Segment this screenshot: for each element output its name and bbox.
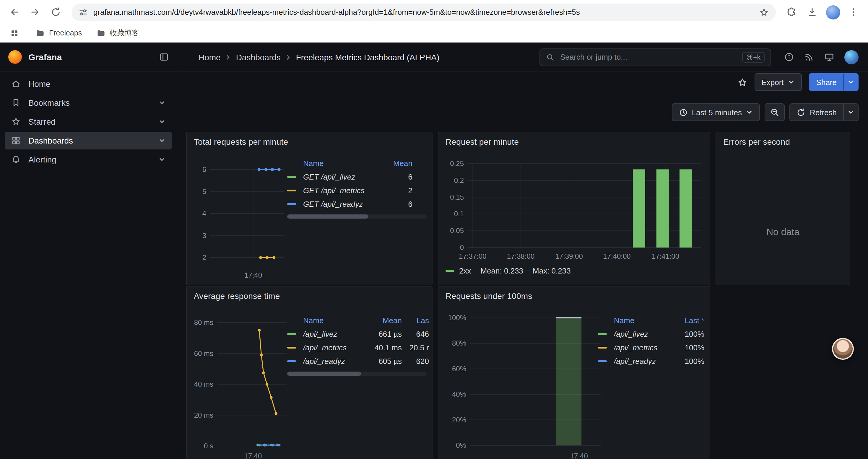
folder-icon	[96, 28, 105, 38]
series-color-dash	[287, 162, 296, 164]
dashboard-actions: Export Share	[737, 73, 859, 91]
forward-button[interactable]	[25, 2, 45, 22]
series-value: 100%	[671, 357, 704, 366]
back-button[interactable]	[5, 2, 24, 22]
panel-requests-under-100ms[interactable]: Requests under 100ms 100%80%60%40%20%0%1…	[438, 286, 710, 459]
scrollbar-thumb[interactable]	[287, 371, 361, 376]
series-value: 100%	[671, 330, 704, 338]
panel-request-per-minute[interactable]: Request per minute 0.250.20.150.10.05017…	[438, 132, 710, 285]
zoom-out-button[interactable]	[765, 103, 785, 121]
legend-header-row: NameMeanLas	[287, 314, 429, 327]
refresh-interval-button[interactable]	[843, 103, 859, 121]
series-color-dash	[598, 360, 607, 362]
bookmarks-bar: Freeleaps 收藏博客	[0, 24, 868, 42]
user-avatar[interactable]	[844, 50, 859, 64]
svg-text:80%: 80%	[452, 339, 466, 347]
share-button[interactable]: Share	[809, 73, 844, 91]
series-color-dash	[598, 347, 607, 349]
svg-text:0%: 0%	[456, 441, 466, 449]
svg-text:0.25: 0.25	[450, 160, 464, 167]
url-bar[interactable]	[71, 3, 776, 21]
search-input[interactable]	[559, 52, 737, 62]
refresh-button[interactable]: Refresh	[790, 103, 844, 121]
svg-text:0.2: 0.2	[454, 176, 464, 184]
star-icon	[737, 77, 747, 87]
sidebar-item-label: Bookmarks	[28, 98, 70, 107]
legend-row[interactable]: /api/_metrics100%	[598, 341, 704, 355]
sidebar-item-starred[interactable]: Starred	[5, 113, 172, 131]
export-button[interactable]: Export	[754, 73, 802, 91]
sidebar-item-alerting[interactable]: Alerting	[5, 151, 172, 168]
monitor-icon[interactable]	[824, 52, 834, 62]
dashboards-grid-icon	[11, 136, 21, 145]
svg-text:100%: 100%	[448, 314, 466, 322]
site-info-icon[interactable]	[79, 7, 88, 17]
series-value: 6	[382, 200, 412, 208]
sidebar-item-bookmarks[interactable]: Bookmarks	[5, 94, 172, 112]
back-icon	[9, 7, 20, 17]
svg-text:17:40:00: 17:40:00	[603, 252, 630, 260]
favorite-star-button[interactable]	[737, 77, 747, 87]
home-icon	[11, 79, 21, 89]
series-color-dash	[287, 333, 296, 335]
scrollbar-thumb[interactable]	[287, 215, 368, 219]
apps-grid-button[interactable]	[7, 26, 21, 40]
legend-row[interactable]: /api/_metrics40.1 ms20.5 r	[287, 341, 429, 355]
rss-icon[interactable]	[804, 52, 814, 62]
panel-average-response-time[interactable]: Average response time 80 ms60 ms40 ms20 …	[186, 286, 433, 459]
legend-scrollbar[interactable]	[287, 215, 427, 219]
export-label: Export	[761, 78, 783, 87]
legend-row[interactable]: GET /api/_livez6	[287, 170, 412, 184]
browser-profile-button[interactable]	[823, 2, 843, 22]
chevron-down-icon[interactable]	[158, 137, 165, 144]
time-range-label: Last 5 minutes	[692, 108, 742, 117]
legend-row[interactable]: /api/_readyz100%	[598, 355, 704, 368]
help-icon[interactable]: ?	[784, 52, 794, 62]
chevron-down-icon[interactable]	[158, 118, 165, 125]
legend-row[interactable]: GET /api/_readyz6	[287, 197, 412, 211]
grafana-logo-icon[interactable]	[8, 50, 22, 64]
sidebar-item-label: Dashboards	[28, 136, 73, 145]
bookmark-star-icon[interactable]	[759, 7, 769, 17]
panel-errors-per-second[interactable]: Errors per second No data	[716, 132, 850, 285]
svg-text:60%: 60%	[452, 365, 466, 373]
series-name: /api/_readyz	[614, 357, 671, 366]
bookmark-folder-blogs[interactable]: 收藏博客	[96, 28, 139, 38]
floating-avatar-widget[interactable]	[832, 338, 854, 360]
legend-row[interactable]: GET /api/_metrics2	[287, 184, 412, 197]
sidebar-nav: Home Bookmarks Starred Dashboards Alerti…	[0, 71, 177, 459]
series-value: 661 µs	[364, 330, 402, 338]
panel-left-icon	[159, 52, 169, 62]
legend-scrollbar[interactable]	[287, 371, 427, 376]
share-menu-button[interactable]	[843, 73, 859, 91]
extensions-button[interactable]	[782, 2, 801, 22]
bookmark-folder-freeleaps[interactable]: Freeleaps	[35, 28, 82, 38]
legend-row[interactable]: /api/_livez661 µs646	[287, 327, 429, 341]
browser-menu-button[interactable]	[844, 2, 863, 22]
sidebar-item-label: Alerting	[28, 155, 56, 164]
browser-toolbar	[0, 0, 868, 24]
legend-row[interactable]: /api/_livez100%	[598, 327, 704, 341]
legend-row[interactable]: /api/_readyz605 µs620	[287, 355, 429, 368]
reload-button[interactable]	[46, 2, 66, 22]
sidebar-item-home[interactable]: Home	[5, 75, 172, 93]
series-max: Max: 0.233	[533, 266, 571, 275]
request-per-minute-legend[interactable]: 2xx Mean: 0.233 Max: 0.233	[445, 266, 571, 275]
series-name: /api/_livez	[303, 330, 364, 338]
series-value: Las	[402, 316, 429, 325]
downloads-button[interactable]	[802, 2, 822, 22]
time-range-picker[interactable]: Last 5 minutes	[672, 103, 760, 121]
breadcrumb-home[interactable]: Home	[198, 52, 221, 62]
sidebar-item-dashboards[interactable]: Dashboards	[5, 132, 172, 150]
panel-total-requests-per-minute[interactable]: Total requests per minute 6543217:40 Nam…	[186, 132, 433, 285]
chevron-down-icon[interactable]	[158, 99, 165, 106]
search-box[interactable]: ⌘+k	[539, 48, 771, 66]
svg-text:20 ms: 20 ms	[194, 411, 213, 419]
panel-title[interactable]: Errors per second	[723, 137, 790, 146]
sidebar-toggle-button[interactable]	[159, 52, 169, 62]
no-data-message: No data	[716, 227, 850, 237]
chevron-down-icon[interactable]	[158, 156, 165, 163]
breadcrumb-dashboards[interactable]: Dashboards	[236, 52, 281, 62]
puzzle-icon	[786, 7, 797, 17]
url-input[interactable]	[93, 8, 754, 17]
